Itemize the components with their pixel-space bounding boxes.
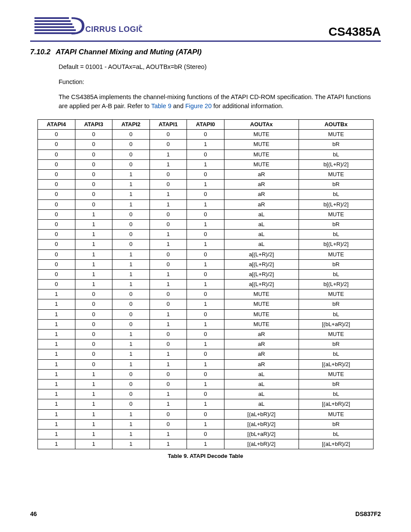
table-cell: 1 xyxy=(187,219,224,229)
section-title: ATAPI Channel Mixing and Muting (ATAPI) xyxy=(56,48,202,56)
table-row: 01010aLbL xyxy=(38,230,374,240)
table-cell: 0 xyxy=(112,130,150,140)
table-cell: 0 xyxy=(75,309,112,319)
table-cell: bL xyxy=(299,389,373,399)
desc-text-2: for additional information. xyxy=(212,103,283,109)
table-cell: MUTE xyxy=(299,170,373,180)
col-atapi0: ATAPI0 xyxy=(187,120,224,130)
col-atapi3: ATAPI3 xyxy=(75,120,112,130)
table-cell: 0 xyxy=(38,240,75,249)
table-cell: aR xyxy=(224,349,299,359)
table-cell: a[(L+R)/2] xyxy=(224,269,299,279)
table-cell: bR xyxy=(299,299,373,309)
table-cell: 1 xyxy=(149,280,187,289)
table-cell: 1 xyxy=(112,359,150,369)
table-cell: 0 xyxy=(75,199,112,209)
table-cell: 1 xyxy=(75,379,112,389)
table-cell: 0 xyxy=(187,249,224,259)
table-cell: 1 xyxy=(75,240,112,249)
table-cell: 0 xyxy=(187,130,224,140)
table-cell: 1 xyxy=(75,399,112,409)
table-cell: aR xyxy=(224,330,299,339)
table-cell: 0 xyxy=(149,130,187,140)
table-cell: 0 xyxy=(75,299,112,309)
table-row: 01100a[(L+R)/2]MUTE xyxy=(38,249,374,259)
table-cell: 0 xyxy=(187,409,224,419)
table-row: 00001MUTEbR xyxy=(38,140,374,149)
table-cell: 0 xyxy=(112,149,150,159)
default-line: Default = 01001 - AOUTAx=aL, AOUTBx=bR (… xyxy=(59,62,381,72)
link-figure-20[interactable]: Figure 20 xyxy=(185,103,212,109)
table-row: 01001aLbR xyxy=(38,219,374,229)
link-table-9[interactable]: Table 9 xyxy=(151,103,171,109)
table-cell: 0 xyxy=(38,180,75,190)
table-cell: 1 xyxy=(75,409,112,419)
table-cell: 1 xyxy=(187,419,224,429)
table-cell: 1 xyxy=(112,429,150,439)
table-cell: MUTE xyxy=(299,130,373,140)
table-cell: 0 xyxy=(149,209,187,219)
table-cell: 0 xyxy=(187,309,224,319)
page-footer: 46 DS837F2 xyxy=(30,510,381,517)
table-row: 00000MUTEMUTE xyxy=(38,130,374,140)
table-cell: b[(L+R)/2] xyxy=(299,199,373,209)
table-cell: 0 xyxy=(112,209,150,219)
table-cell: 0 xyxy=(112,219,150,229)
table-cell: 0 xyxy=(38,199,75,209)
table-caption: Table 9. ATAPI Decode Table xyxy=(30,453,381,459)
table-cell: 1 xyxy=(112,409,150,419)
table-cell: 1 xyxy=(112,339,150,349)
table-cell: 1 xyxy=(38,399,75,409)
table-cell: 0 xyxy=(187,330,224,339)
table-cell: 0 xyxy=(187,429,224,439)
table-cell: 1 xyxy=(75,439,112,449)
table-cell: 1 xyxy=(75,369,112,379)
table-cell: 0 xyxy=(149,409,187,419)
table-cell: 0 xyxy=(149,419,187,429)
table-cell: 1 xyxy=(187,439,224,449)
table-cell: b[(L+R)/2] xyxy=(299,280,373,289)
table-row: 10101aRbR xyxy=(38,339,374,349)
table-cell: 1 xyxy=(187,319,224,329)
table-cell: 1 xyxy=(38,319,75,329)
table-cell: 0 xyxy=(187,209,224,219)
table-cell: 1 xyxy=(75,269,112,279)
table-cell: 0 xyxy=(75,170,112,180)
table-cell: 1 xyxy=(149,359,187,369)
table-cell: 1 xyxy=(187,159,224,169)
table-cell: [(bL+aR)/2] xyxy=(224,429,299,439)
table-cell: 0 xyxy=(187,289,224,299)
table-cell: 1 xyxy=(149,399,187,409)
table-cell: MUTE xyxy=(224,319,299,329)
table-cell: aR xyxy=(224,190,299,199)
table-cell: 1 xyxy=(187,199,224,209)
table-cell: 1 xyxy=(38,369,75,379)
table-row: 01111a[(L+R)/2]b[(L+R)/2] xyxy=(38,280,374,289)
table-cell: 1 xyxy=(149,149,187,159)
table-cell: [(aL+bR)/2] xyxy=(224,409,299,419)
table-cell: 0 xyxy=(75,159,112,169)
table-cell: 1 xyxy=(38,289,75,299)
table-cell: 1 xyxy=(112,349,150,359)
table-cell: aL xyxy=(224,369,299,379)
cirrus-logic-logo-icon: CIRRUS LOGIC ® xyxy=(30,13,142,39)
table-cell: 0 xyxy=(149,140,187,149)
table-cell: 1 xyxy=(38,439,75,449)
table-cell: bR xyxy=(299,259,373,269)
table-cell: 0 xyxy=(112,309,150,319)
col-atapi4: ATAPI4 xyxy=(38,120,75,130)
col-aoutax: AOUTAx xyxy=(224,120,299,130)
table-cell: 1 xyxy=(149,319,187,329)
page-number: 46 xyxy=(30,510,37,517)
table-cell: 0 xyxy=(75,289,112,299)
table-cell: 1 xyxy=(112,280,150,289)
table-cell: 0 xyxy=(75,149,112,159)
table-cell: 1 xyxy=(187,359,224,369)
table-cell: 0 xyxy=(38,140,75,149)
table-cell: MUTE xyxy=(299,409,373,419)
table-cell: MUTE xyxy=(224,140,299,149)
section-heading: 7.10.2ATAPI Channel Mixing and Muting (A… xyxy=(30,48,381,56)
table-cell: 0 xyxy=(75,349,112,359)
table-cell: MUTE xyxy=(224,130,299,140)
table-row: 10111aR[(aL+bR)/2] xyxy=(38,359,374,369)
